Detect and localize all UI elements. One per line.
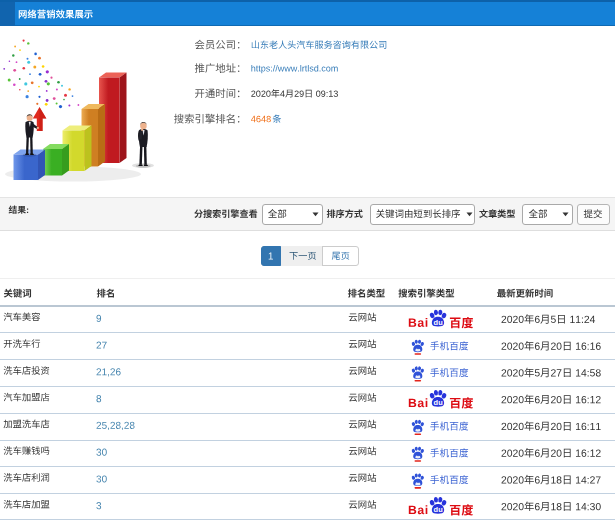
- svg-text:du: du: [434, 318, 444, 327]
- svg-text:du: du: [434, 398, 444, 407]
- svg-text:du: du: [434, 505, 444, 514]
